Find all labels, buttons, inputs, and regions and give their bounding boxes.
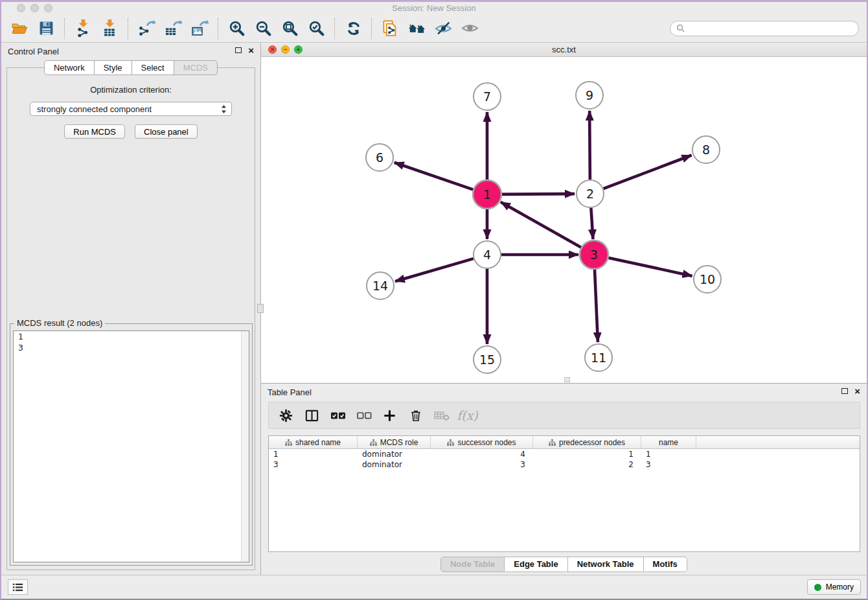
task-history-button[interactable] [8,579,28,595]
graph-node-10[interactable]: 10 [694,266,721,293]
mcds-result-item[interactable]: 1 [14,331,249,342]
new-network-from-selection-button[interactable] [377,16,404,41]
table-row[interactable]: 3dominator323 [269,459,860,470]
graph-node-11[interactable]: 11 [585,344,612,371]
table-panel-header: Table Panel [261,384,867,400]
tab-node-table[interactable]: Node Table [440,557,505,572]
select-all-checkboxes-button[interactable] [326,404,350,427]
canvas-splitter-handle[interactable] [564,377,570,382]
graph-node-3[interactable]: 3 [580,240,608,269]
tab-network-table[interactable]: Network Table [568,557,644,572]
split-panel-icon [304,408,319,423]
graph-edge-2-9[interactable] [589,111,590,179]
search-box[interactable] [670,21,859,36]
show-graphics-details-icon [461,20,479,36]
graph-edge-4-14[interactable] [395,259,474,281]
table-cell-predecessor-nodes: 2 [533,459,641,470]
open-file-button[interactable] [6,16,33,41]
close-table-panel-icon[interactable] [854,387,860,395]
export-network-icon [138,19,156,37]
table-cell-successor-nodes: 4 [431,449,533,459]
tab-mcds[interactable]: MCDS [174,60,218,75]
column-header-mcds-role[interactable]: MCDS role [358,436,431,448]
graph-node-1[interactable]: 1 [473,180,501,209]
graph-node-15[interactable]: 15 [474,346,501,373]
graph-edge-3-1[interactable] [501,202,582,248]
table-row[interactable]: 1dominator411 [269,449,860,459]
node-label: 3 [590,248,598,262]
network-canvas[interactable]: 7968124314101511 [261,57,867,383]
graph-node-9[interactable]: 9 [576,82,603,109]
run-mcds-button[interactable]: Run MCDS [64,124,125,139]
table-settings-button[interactable] [274,404,298,427]
zoom-fit-icon [281,19,299,37]
graph-edge-1-2[interactable] [501,194,575,194]
float-panel-icon[interactable] [235,47,242,53]
zoom-out-button[interactable] [250,16,277,41]
graph-node-8[interactable]: 8 [692,136,720,163]
graph-node-6[interactable]: 6 [366,144,393,171]
close-panel-icon[interactable] [248,47,254,54]
column-header-successor-nodes[interactable]: successor nodes [431,436,533,448]
graph-edge-3-10[interactable] [608,258,692,276]
table-cell-shared-name: 1 [269,449,358,459]
export-table-button[interactable] [160,16,187,41]
node-label: 9 [586,88,593,102]
column-header-predecessor-nodes[interactable]: predecessor nodes [533,436,641,448]
split-panel-button[interactable] [300,404,324,427]
add-entry-button[interactable] [378,404,402,427]
network-graph[interactable]: 7968124314101511 [261,57,868,384]
mcds-result-items: 13 [14,331,249,353]
graph-edge-3-11[interactable] [595,269,598,342]
graph-edge-1-6[interactable] [394,163,474,190]
select-stepper-icon [221,104,227,114]
main-toolbar-buttons [6,16,483,41]
memory-button[interactable]: Memory [807,579,861,595]
network-home-button[interactable] [404,16,430,41]
graph-edge-2-3[interactable] [591,208,593,239]
refresh-view-button[interactable] [340,16,367,41]
tab-select[interactable]: Select [132,60,174,75]
graph-edge-2-8[interactable] [604,156,692,189]
deselect-all-checkboxes-button[interactable] [352,404,376,427]
hide-graphics-details-button[interactable] [430,16,457,41]
tab-edge-table[interactable]: Edge Table [505,557,567,572]
show-graphics-details-button[interactable] [457,16,483,41]
save-session-icon [38,20,54,36]
zoom-in-button[interactable] [223,16,250,41]
graph-node-4[interactable]: 4 [474,241,501,268]
delete-entry-button[interactable] [404,404,428,427]
import-table-button[interactable] [97,16,123,41]
tab-motifs[interactable]: Motifs [644,557,687,572]
tab-network[interactable]: Network [44,60,95,75]
table-cell-predecessor-nodes: 1 [533,449,641,459]
node-label: 1 [483,187,491,202]
table-panel-tabs: Node TableEdge TableNetwork TableMotifs [261,557,867,572]
export-network-button[interactable] [133,16,160,41]
import-network-button[interactable] [70,16,97,41]
zoom-fit-button[interactable] [277,16,303,41]
export-image-icon [191,19,209,37]
graph-node-14[interactable]: 14 [367,272,394,299]
result-scrollbar[interactable] [241,331,249,562]
search-input[interactable] [689,23,852,34]
graph-node-7[interactable]: 7 [474,83,501,110]
column-header-shared-name[interactable]: shared name [269,436,358,448]
export-image-button[interactable] [187,16,213,41]
node-label: 4 [483,248,491,262]
delete-table-column-button [429,404,453,427]
zoom-selected-button[interactable] [303,16,330,41]
tab-style[interactable]: Style [95,60,132,75]
criterion-select[interactable]: strongly connected component [30,102,232,116]
mcds-result-item[interactable]: 3 [14,342,249,353]
column-header-name[interactable]: name [641,436,696,448]
mcds-result-list[interactable]: 13 [13,330,249,562]
panel-splitter-handle[interactable] [257,304,264,313]
float-table-panel-icon[interactable] [841,388,848,394]
close-panel-button[interactable]: Close panel [135,124,198,139]
column-header-filler [696,436,860,448]
toolbar-separator [64,18,65,39]
save-session-button[interactable] [33,16,60,41]
graph-node-2[interactable]: 2 [577,180,604,207]
network-window-titlebar: scc.txt [261,43,867,57]
